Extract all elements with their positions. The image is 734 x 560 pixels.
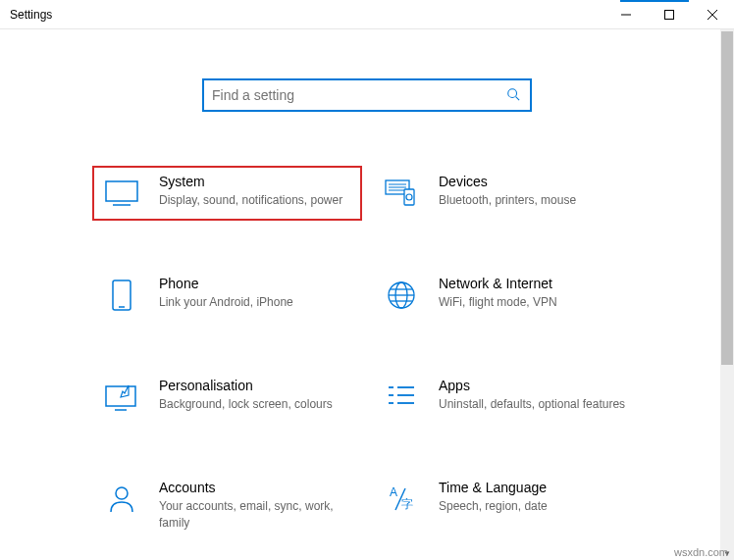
svg-rect-1 [665, 10, 674, 19]
personalisation-icon [102, 378, 141, 417]
phone-icon [102, 276, 141, 315]
time-language-icon: A字 [382, 480, 421, 519]
category-devices[interactable]: Devices Bluetooth, printers, mouse [372, 166, 642, 221]
search-box[interactable] [202, 78, 532, 112]
watermark: wsxdn.com [674, 546, 728, 558]
svg-point-4 [508, 88, 517, 97]
category-text: Phone Link your Android, iPhone [159, 276, 352, 311]
accounts-icon [102, 480, 141, 519]
category-subtitle: Uninstall, defaults, optional features [439, 396, 632, 413]
window-title: Settings [10, 8, 604, 22]
category-text: Accounts Your accounts, email, sync, wor… [159, 480, 352, 532]
accent-indicator [620, 0, 689, 2]
category-title: System [159, 174, 352, 189]
apps-icon [382, 378, 421, 417]
globe-icon [382, 276, 421, 315]
svg-rect-14 [113, 280, 131, 310]
category-subtitle: Your accounts, email, sync, work, family [159, 498, 352, 532]
category-text: Time & Language Speech, region, date [439, 480, 632, 515]
system-icon [102, 174, 141, 213]
svg-text:字: 字 [401, 497, 413, 511]
svg-point-29 [116, 487, 128, 499]
search-input[interactable] [212, 87, 506, 103]
category-title: Apps [439, 378, 632, 393]
category-text: Devices Bluetooth, printers, mouse [439, 174, 632, 209]
category-phone[interactable]: Phone Link your Android, iPhone [92, 268, 362, 323]
svg-rect-6 [106, 181, 137, 201]
window-controls [604, 1, 734, 28]
category-subtitle: Bluetooth, printers, mouse [439, 192, 632, 209]
devices-icon [382, 174, 421, 213]
category-text: Personalisation Background, lock screen,… [159, 378, 352, 413]
maximize-button[interactable] [648, 1, 691, 28]
search-wrap [0, 78, 734, 112]
category-title: Accounts [159, 480, 352, 495]
category-time-language[interactable]: A字 Time & Language Speech, region, date [372, 472, 642, 539]
category-title: Devices [439, 174, 632, 189]
category-network[interactable]: Network & Internet WiFi, flight mode, VP… [372, 268, 642, 323]
categories-grid: System Display, sound, notifications, po… [92, 166, 642, 539]
category-system[interactable]: System Display, sound, notifications, po… [92, 166, 362, 221]
category-subtitle: Display, sound, notifications, power [159, 192, 352, 209]
content-area: System Display, sound, notifications, po… [0, 29, 734, 560]
category-title: Time & Language [439, 480, 632, 495]
close-button[interactable] [691, 1, 734, 28]
category-accounts[interactable]: Accounts Your accounts, email, sync, wor… [92, 472, 362, 539]
category-text: Network & Internet WiFi, flight mode, VP… [439, 276, 632, 311]
category-title: Personalisation [159, 378, 352, 393]
svg-line-5 [516, 96, 520, 100]
svg-text:A: A [390, 485, 397, 499]
category-subtitle: Speech, region, date [439, 498, 632, 515]
minimize-button[interactable] [604, 1, 648, 28]
category-text: System Display, sound, notifications, po… [159, 174, 352, 209]
search-icon [506, 87, 520, 104]
category-subtitle: Background, lock screen, colours [159, 396, 352, 413]
category-personalisation[interactable]: Personalisation Background, lock screen,… [92, 370, 362, 425]
category-apps[interactable]: Apps Uninstall, defaults, optional featu… [372, 370, 642, 425]
category-text: Apps Uninstall, defaults, optional featu… [439, 378, 632, 413]
scrollbar-thumb[interactable] [721, 31, 733, 365]
category-title: Phone [159, 276, 352, 291]
category-subtitle: WiFi, flight mode, VPN [439, 294, 632, 311]
titlebar: Settings [0, 0, 734, 29]
category-subtitle: Link your Android, iPhone [159, 294, 352, 311]
category-title: Network & Internet [439, 276, 632, 291]
